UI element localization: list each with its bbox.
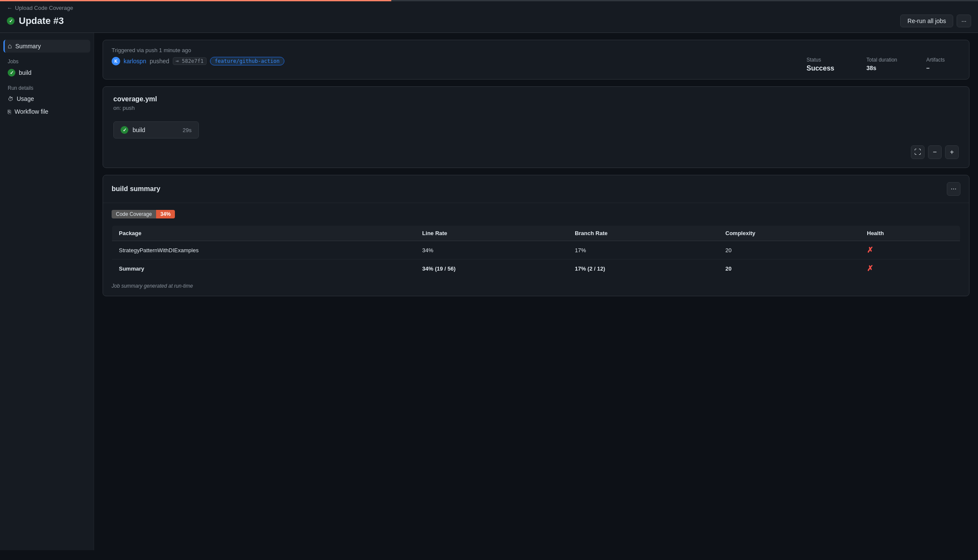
back-link[interactable]: ← Upload Code Coverage bbox=[7, 5, 971, 11]
status-label: Status bbox=[807, 57, 841, 63]
summary-footnote: Job summary generated at run-time bbox=[112, 283, 960, 289]
header: ← Upload Code Coverage Update #3 Re-run … bbox=[0, 1, 978, 33]
workflow-filename: coverage.yml bbox=[113, 95, 959, 103]
rerun-all-jobs-button[interactable]: Re-run all jobs bbox=[900, 15, 953, 27]
coverage-value: 34% bbox=[156, 210, 175, 218]
back-arrow-icon: ← bbox=[7, 5, 12, 11]
zoom-in-button[interactable]: + bbox=[945, 145, 959, 159]
workflow-job-item[interactable]: build 29s bbox=[113, 121, 199, 139]
push-action: pushed bbox=[150, 58, 169, 65]
summary-header: build summary ··· bbox=[103, 175, 969, 203]
jobs-section-title: Jobs bbox=[3, 53, 90, 66]
cell-package-summary: Summary bbox=[112, 259, 416, 278]
back-link-label: Upload Code Coverage bbox=[15, 5, 73, 11]
trigger-meta: K karlospn pushed ⊸ 582e7f1 feature/gith… bbox=[112, 57, 960, 72]
summary-body: Code Coverage 34% Package Line Rate Bran… bbox=[103, 203, 969, 296]
job-name: build bbox=[133, 127, 178, 133]
table-header-row: Package Line Rate Branch Rate Complexity… bbox=[112, 226, 960, 241]
summary-title: build summary bbox=[112, 185, 160, 193]
commit-arrow-icon: ⊸ bbox=[176, 58, 182, 64]
col-branch-rate: Branch Rate bbox=[568, 226, 718, 241]
build-check-icon bbox=[8, 69, 15, 77]
workflow-file-label: Workflow file bbox=[15, 108, 48, 115]
cell-complexity-1: 20 bbox=[718, 241, 860, 259]
plus-icon: + bbox=[950, 148, 954, 156]
artifacts-label: Artifacts bbox=[926, 57, 960, 63]
col-complexity: Complexity bbox=[718, 226, 860, 241]
trigger-row: Triggered via push 1 minute ago bbox=[112, 47, 960, 53]
cell-line-rate-1: 34% bbox=[415, 241, 568, 259]
more-options-button[interactable]: ··· bbox=[957, 15, 971, 27]
file-icon: ⎘ bbox=[8, 109, 11, 115]
cell-branch-rate-1: 17% bbox=[568, 241, 718, 259]
user-avatar: K bbox=[112, 57, 120, 65]
status-value: Success bbox=[807, 65, 841, 72]
coverage-table: Package Line Rate Branch Rate Complexity… bbox=[112, 225, 960, 278]
cell-complexity-summary: 20 bbox=[718, 259, 860, 278]
title-left: Update #3 bbox=[7, 15, 64, 27]
main-content: Triggered via push 1 minute ago K karlos… bbox=[94, 33, 978, 550]
cell-health-1: ✗ bbox=[860, 241, 960, 259]
username[interactable]: karlospn bbox=[124, 58, 146, 65]
sidebar-summary-label: Summary bbox=[15, 43, 41, 50]
duration-section: Total duration 38s bbox=[866, 57, 901, 71]
artifacts-value: – bbox=[926, 65, 960, 71]
home-icon: ⌂ bbox=[8, 42, 12, 50]
title-right: Re-run all jobs ··· bbox=[900, 15, 971, 27]
sidebar-item-workflow-file[interactable]: ⎘ Workflow file bbox=[3, 106, 90, 118]
page-title: Update #3 bbox=[19, 15, 64, 27]
main-layout: ⌂ Summary Jobs build Run details ⏱ Usage… bbox=[0, 33, 978, 550]
trigger-text: Triggered via push 1 minute ago bbox=[112, 47, 191, 53]
health-x-icon-1: ✗ bbox=[867, 246, 873, 254]
fullscreen-button[interactable]: ⛶ bbox=[911, 145, 925, 159]
summary-ellipsis-icon: ··· bbox=[951, 185, 956, 193]
fullscreen-icon: ⛶ bbox=[914, 148, 921, 156]
workflow-controls: ⛶ − + bbox=[113, 145, 959, 159]
workflow-card: coverage.yml on: push build 29s ⛶ − + bbox=[103, 86, 969, 168]
coverage-label: Code Coverage bbox=[112, 210, 156, 218]
job-success-icon bbox=[121, 126, 128, 134]
trigger-card: Triggered via push 1 minute ago K karlos… bbox=[103, 40, 969, 80]
sidebar-item-build[interactable]: build bbox=[3, 66, 90, 79]
duration-label: Total duration bbox=[866, 57, 901, 63]
cell-health-summary: ✗ bbox=[860, 259, 960, 278]
job-duration: 29s bbox=[183, 127, 192, 133]
artifacts-section: Artifacts – bbox=[926, 57, 960, 71]
summary-table-row: Summary 34% (19 / 56) 17% (2 / 12) 20 ✗ bbox=[112, 259, 960, 278]
duration-value: 38s bbox=[866, 65, 901, 71]
clock-icon: ⏱ bbox=[8, 96, 13, 102]
branch-badge[interactable]: feature/github-action bbox=[210, 57, 284, 65]
cell-branch-rate-summary: 17% (2 / 12) bbox=[568, 259, 718, 278]
minus-icon: − bbox=[933, 148, 937, 156]
usage-label: Usage bbox=[17, 95, 34, 102]
sidebar-item-usage[interactable]: ⏱ Usage bbox=[3, 93, 90, 105]
workflow-trigger: on: push bbox=[113, 105, 959, 111]
summary-more-button[interactable]: ··· bbox=[947, 182, 960, 196]
cell-line-rate-summary: 34% (19 / 56) bbox=[415, 259, 568, 278]
col-line-rate: Line Rate bbox=[415, 226, 568, 241]
health-x-icon-summary: ✗ bbox=[867, 264, 873, 273]
coverage-badge: Code Coverage 34% bbox=[112, 210, 175, 218]
sidebar-item-summary[interactable]: ⌂ Summary bbox=[3, 40, 90, 53]
cell-package-1: StrategyPatternWithDIExamples bbox=[112, 241, 416, 259]
col-health: Health bbox=[860, 226, 960, 241]
title-row: Update #3 Re-run all jobs ··· bbox=[7, 15, 971, 27]
build-summary-card: build summary ··· Code Coverage 34% Pack… bbox=[103, 175, 969, 296]
table-row: StrategyPatternWithDIExamples 34% 17% 20… bbox=[112, 241, 960, 259]
ellipsis-icon: ··· bbox=[961, 18, 966, 24]
col-package: Package bbox=[112, 226, 416, 241]
zoom-out-button[interactable]: − bbox=[928, 145, 942, 159]
sidebar: ⌂ Summary Jobs build Run details ⏱ Usage… bbox=[0, 33, 94, 550]
status-check-icon bbox=[7, 17, 15, 25]
status-section: Status Success bbox=[807, 57, 841, 72]
commit-hash[interactable]: ⊸ 582e7f1 bbox=[173, 57, 207, 65]
build-job-label: build bbox=[19, 69, 32, 76]
run-details-section-title: Run details bbox=[3, 80, 90, 93]
